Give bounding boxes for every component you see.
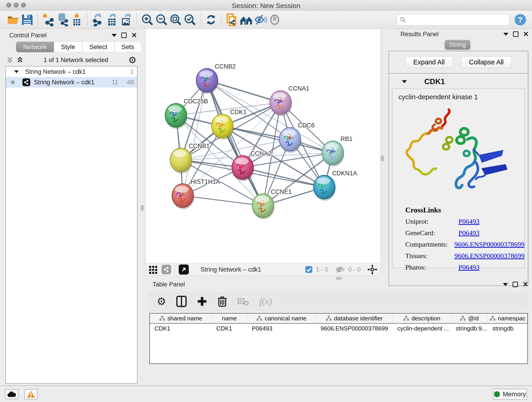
save-session-button[interactable]: [20, 13, 34, 27]
zoom-selected-button[interactable]: [183, 13, 197, 27]
network-graph[interactable]: CCNB2CCNA1CDC25BCDK1CDC6RB1CCNB1CCNA2CDK…: [146, 29, 380, 263]
tab-network[interactable]: Network: [16, 42, 54, 52]
birdseye-view-icon[interactable]: [179, 264, 189, 274]
panel-close-button[interactable]: ✕: [523, 31, 529, 38]
left-splitter-handle[interactable]: [141, 205, 144, 211]
panel-menu-caret[interactable]: [503, 283, 508, 286]
node-label: CCNE1: [271, 188, 292, 195]
show-columns-icon[interactable]: [176, 296, 187, 307]
node-CDC25B[interactable]: CDC25B: [165, 98, 208, 129]
node-CDK1[interactable]: CDK1: [211, 109, 247, 140]
statusbar-separator: [175, 265, 175, 274]
help-button[interactable]: ?: [513, 13, 527, 27]
search-box[interactable]: [397, 14, 510, 26]
table-cell[interactable]: stringdb: [488, 324, 527, 333]
refresh-button[interactable]: [204, 13, 218, 27]
crosslink-link[interactable]: P06493: [458, 263, 480, 271]
table-cell[interactable]: 9606.ENSP00000378699: [316, 324, 393, 333]
column-header-database-identifier[interactable]: database identifier: [316, 313, 393, 323]
panel-float-button[interactable]: [121, 32, 127, 38]
column-header-description[interactable]: description: [393, 313, 451, 323]
zoom-out-button[interactable]: [154, 13, 169, 27]
crosslink-link[interactable]: P06493: [458, 217, 480, 225]
network-canvas[interactable]: CCNB2CCNA1CDC25BCDK1CDC6RB1CCNB1CCNA2CDK…: [145, 29, 381, 263]
expand-all-button[interactable]: Expand All: [405, 56, 453, 68]
table-cell[interactable]: stringdb:9...: [451, 324, 488, 333]
hide-glass-button[interactable]: [253, 13, 268, 27]
string-home-button[interactable]: [239, 13, 253, 27]
crosslink-label: Pharos:: [405, 263, 458, 271]
results-panel: Results Panel ✕ String Expand All Collap…: [383, 29, 532, 280]
table-cell[interactable]: CDK1: [150, 324, 212, 333]
entry-collapse-caret[interactable]: [402, 80, 407, 83]
node-CCNA1[interactable]: CCNA1: [270, 85, 309, 116]
string-network-badge-icon: [22, 78, 30, 86]
panel-close-button[interactable]: ✕: [523, 281, 528, 288]
collection-expand-caret[interactable]: [14, 70, 19, 73]
selected-checkbox-icon[interactable]: [305, 266, 313, 274]
tab-sets[interactable]: Sets: [114, 42, 141, 52]
grid-view-icon[interactable]: [149, 265, 158, 274]
panel-float-button[interactable]: [513, 32, 519, 37]
panel-float-button[interactable]: [513, 282, 518, 287]
delete-trash-icon[interactable]: [217, 296, 227, 307]
window-title: Session: New Session: [0, 2, 532, 10]
export-table-button[interactable]: [105, 13, 119, 27]
export-network-button[interactable]: [91, 13, 105, 27]
pan-crosshair-icon[interactable]: [367, 264, 377, 274]
memory-button[interactable]: Memory: [493, 389, 527, 400]
expand-all-chevron-icon[interactable]: [17, 56, 23, 64]
node-CCNE1[interactable]: CCNE1: [252, 188, 292, 220]
statusbar-separator: [331, 265, 332, 274]
table-cell[interactable]: P06493: [247, 324, 316, 333]
node-label: CDC6: [298, 122, 315, 129]
zoom-fit-button[interactable]: [169, 13, 183, 27]
table-cell[interactable]: CDK1: [212, 324, 247, 333]
crosslink-row: Compartments:9606.ENSP00000378699: [405, 240, 525, 248]
table-settings-gear-icon[interactable]: ⚙: [157, 296, 166, 307]
import-network-from-database-button[interactable]: [56, 13, 70, 27]
column-header-name[interactable]: name: [212, 313, 247, 323]
attribute-table[interactable]: shared namenamecanonical namedatabase id…: [149, 313, 528, 364]
panel-close-button[interactable]: ✕: [131, 32, 137, 39]
hidden-eye-icon[interactable]: [335, 265, 345, 274]
table-cell[interactable]: cyclin-dependent ...: [393, 324, 451, 333]
node-CDKN1A[interactable]: CDKN1A: [314, 170, 357, 201]
node-CCNB2[interactable]: CCNB2: [196, 63, 236, 94]
column-header-canonical-name[interactable]: canonical name: [247, 313, 316, 323]
cloud-status-button[interactable]: [5, 389, 18, 399]
column-header-shared-name[interactable]: shared name: [150, 313, 212, 323]
node-RB1[interactable]: RB1: [322, 135, 352, 167]
add-column-plus-icon[interactable]: [197, 296, 207, 307]
tab-style[interactable]: Style: [54, 42, 82, 52]
import-network-button[interactable]: [41, 13, 56, 27]
import-table-button[interactable]: [70, 13, 84, 27]
crosslink-link[interactable]: 9606.ENSP00000378699: [454, 240, 525, 248]
open-session-button[interactable]: [6, 13, 20, 27]
crosslink-link[interactable]: 9606.ENSP00000378699: [454, 252, 525, 260]
clone-network-button[interactable]: [225, 13, 239, 27]
panel-menu-caret[interactable]: [112, 34, 117, 37]
node-label: HIST1H1A: [191, 178, 220, 185]
network-collection-row[interactable]: String Network – cdk1 1: [6, 66, 137, 77]
network-badge-gray-icon[interactable]: [162, 265, 171, 274]
export-image-button[interactable]: [119, 13, 133, 27]
node-CDC6[interactable]: CDC6: [279, 122, 315, 153]
node-HIST1H1A[interactable]: HIST1H1A: [172, 178, 220, 210]
network-options-gear-icon[interactable]: ⚙: [128, 56, 137, 65]
collapse-all-button[interactable]: Collapse All: [461, 56, 512, 68]
column-header-namespac[interactable]: namespac: [488, 313, 527, 323]
results-tab-string[interactable]: String: [445, 40, 470, 50]
panel-menu-caret[interactable]: [503, 33, 508, 36]
network-row[interactable]: String Network – cdk1 11 48: [6, 77, 137, 88]
control-panel-tabs: NetworkStyleSelectSets: [16, 42, 140, 52]
zoom-in-button[interactable]: [140, 13, 154, 27]
crosslink-label: Tissues:: [405, 252, 454, 260]
search-input[interactable]: [409, 16, 507, 23]
crosslink-link[interactable]: P06493: [458, 229, 480, 237]
tab-select[interactable]: Select: [82, 42, 114, 52]
warning-status-button[interactable]: [24, 389, 38, 399]
collapse-all-chevron-icon[interactable]: [6, 56, 13, 64]
show-glass-button[interactable]: [268, 13, 282, 27]
column-header-@id[interactable]: @id: [451, 313, 488, 323]
